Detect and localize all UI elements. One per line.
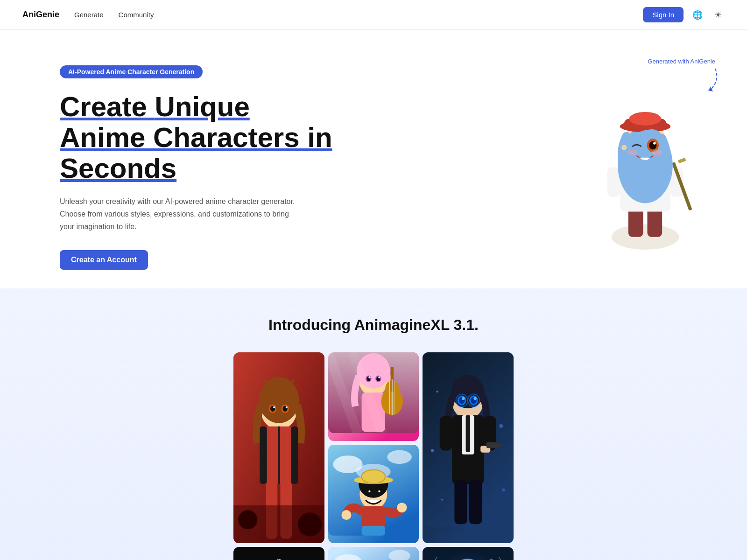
navbar: AniGenie Generate Community Sign In 🌐 ☀: [0, 0, 747, 30]
hero-title-part1: Create: [60, 91, 155, 122]
svg-point-84: [437, 391, 438, 392]
nav-logo[interactable]: AniGenie: [22, 10, 59, 20]
section2-title: Introducing AnimagineXL 3.1.: [22, 316, 725, 334]
section2: Introducing AnimagineXL 3.1.: [0, 288, 747, 560]
svg-point-19: [627, 150, 638, 156]
gallery-item-4: [328, 445, 419, 543]
svg-point-18: [653, 142, 655, 144]
gallery-item-4b: [328, 547, 419, 560]
nav-left: AniGenie Generate Community: [22, 10, 154, 20]
svg-point-82: [441, 498, 443, 500]
svg-rect-78: [455, 480, 467, 524]
gallery-item-5: [233, 547, 324, 560]
hero-title: Create Unique Anime Characters in Second…: [60, 91, 340, 184]
svg-point-87: [387, 450, 412, 464]
gallery-img-3: [423, 352, 514, 527]
gallery-item-1: [233, 352, 324, 544]
svg-rect-104: [233, 547, 324, 560]
hero-title-part2: Anime Characters in Seconds: [60, 122, 332, 184]
svg-point-20: [652, 150, 662, 156]
svg-point-83: [502, 488, 505, 491]
svg-point-81: [499, 424, 503, 427]
gallery-item-6: [423, 547, 514, 560]
gallery-img-1: [233, 352, 324, 544]
theme-icon[interactable]: ☀: [712, 8, 725, 21]
svg-rect-79: [469, 480, 482, 524]
svg-point-39: [298, 512, 322, 536]
hero-subtitle: Unleash your creativity with our AI-powe…: [60, 195, 303, 233]
nav-link-community[interactable]: Community: [119, 11, 154, 19]
hero-character-area: Generated with AniGenie: [575, 58, 725, 254]
svg-point-102: [368, 490, 370, 492]
hero-left: AI-Powered Anime Character Generation Cr…: [60, 58, 340, 270]
gallery-grid: [233, 352, 514, 560]
svg-point-103: [378, 490, 380, 492]
svg-point-95: [341, 510, 351, 520]
svg-point-22: [623, 146, 625, 148]
generated-label: Generated with AniGenie: [648, 58, 715, 65]
svg-rect-69: [496, 444, 503, 446]
svg-rect-28: [291, 426, 298, 483]
svg-point-38: [238, 510, 257, 529]
hero-badge: AI-Powered Anime Character Generation: [60, 65, 203, 78]
signin-button[interactable]: Sign In: [643, 7, 684, 22]
nav-link-generate[interactable]: Generate: [74, 11, 104, 19]
svg-point-74: [462, 397, 465, 399]
svg-point-80: [431, 449, 434, 452]
gallery-img-4b: [328, 547, 419, 560]
svg-point-36: [286, 406, 288, 408]
svg-rect-64: [466, 415, 470, 452]
svg-rect-27: [260, 426, 267, 483]
hero-section: AI-Powered Anime Character Generation Cr…: [0, 30, 747, 288]
svg-rect-9: [678, 158, 686, 163]
svg-rect-6: [607, 168, 620, 197]
svg-point-1: [612, 224, 679, 250]
svg-point-96: [397, 503, 407, 512]
hero-title-unique: Unique: [155, 91, 249, 122]
svg-point-75: [474, 397, 477, 399]
globe-icon[interactable]: 🌐: [691, 8, 704, 21]
gallery-img-5: [233, 547, 324, 560]
gallery-img-4: [328, 445, 419, 536]
svg-rect-65: [440, 416, 452, 450]
create-account-button[interactable]: Create an Account: [60, 250, 148, 270]
svg-point-15: [629, 112, 662, 126]
nav-right: Sign In 🌐 ☀: [643, 7, 725, 22]
svg-point-55: [368, 376, 370, 378]
svg-point-17: [649, 141, 656, 149]
gallery-img-2: [328, 352, 419, 434]
gallery-item-2: [328, 352, 419, 441]
gallery-img-6: [423, 547, 514, 560]
svg-rect-97: [361, 526, 385, 536]
svg-point-56: [378, 376, 380, 378]
gallery-item-3: [423, 352, 514, 544]
svg-point-25: [259, 377, 299, 423]
svg-point-35: [273, 406, 275, 408]
anime-character-illustration: [575, 77, 715, 254]
